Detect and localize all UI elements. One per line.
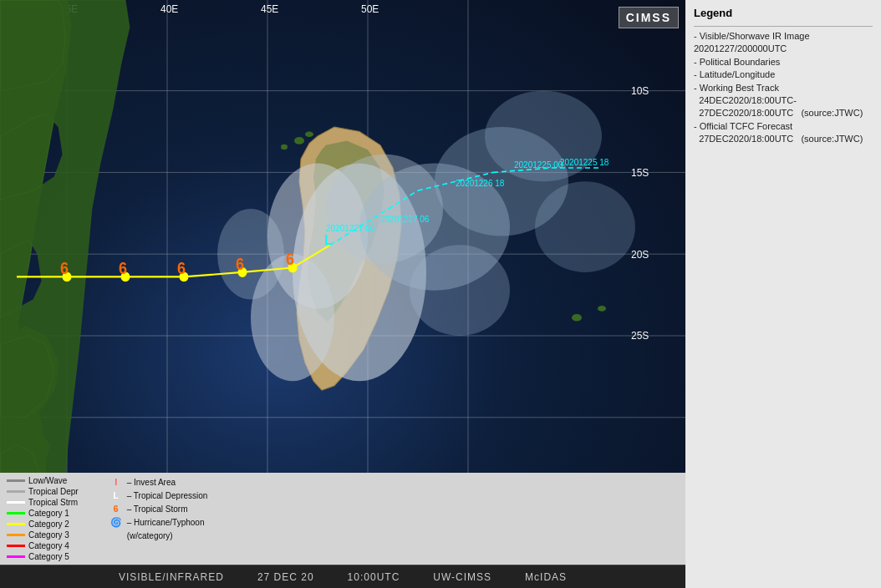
bottom-legend: Low/Wave Tropical Depr Tropical Strm Cat… — [0, 473, 685, 565]
cat2-swatch — [7, 523, 25, 525]
legend-label-cat4: Category 4 — [28, 541, 69, 550]
svg-text:40E: 40E — [160, 3, 178, 16]
main-container: 35E 40E 45E 50E 10S 15S 20S 25S — [0, 0, 881, 588]
cat5-swatch — [7, 555, 25, 558]
svg-point-27 — [535, 181, 635, 272]
status-source: UW-CIMSS — [433, 571, 491, 583]
trop-strm-swatch — [7, 501, 25, 504]
legend-item-trop-strm: Tropical Strm — [7, 498, 79, 507]
svg-point-24 — [410, 245, 510, 336]
legend-label-cat2: Category 2 — [28, 520, 69, 529]
hurricane-icon: 🌀 — [109, 516, 124, 528]
svg-point-49 — [305, 132, 313, 138]
legend-item-with-cat: (w/category) — [109, 530, 208, 541]
svg-text:6: 6 — [286, 251, 294, 269]
svg-point-51 — [572, 314, 582, 322]
status-date: 27 DEC 20 — [257, 571, 314, 583]
legend-label-invest: – Invest Area — [127, 478, 176, 487]
legend-divider — [694, 26, 873, 27]
legend-text-line: 27DEC2020/18:00UTC (source:JTWC) — [694, 107, 873, 119]
legend-item-trop-strm-sym: 6 – Tropical Storm — [109, 503, 208, 514]
svg-text:L: L — [324, 232, 333, 249]
legend-item-low-wave: Low/Wave — [7, 476, 79, 485]
legend-item-invest: I – Invest Area — [109, 476, 208, 488]
svg-text:50E: 50E — [361, 3, 379, 16]
legend-text-line: - Working Best Track — [694, 82, 873, 94]
track-type-legend: Low/Wave Tropical Depr Tropical Strm Cat… — [7, 476, 79, 561]
legend-item-cat1: Category 1 — [7, 509, 79, 518]
legend-label-cat3: Category 3 — [28, 530, 69, 540]
svg-text:25S: 25S — [631, 330, 649, 342]
legend-text-line: - Latitude/Longitude — [694, 68, 873, 81]
legend-label-hurricane-sym: – Hurricane/Typhoon — [127, 518, 205, 527]
trop-dep-icon: L — [109, 489, 124, 501]
legend-label-trop-dep-sym: – Tropical Depression — [127, 491, 208, 500]
cat3-swatch — [7, 534, 25, 536]
invest-icon: I — [109, 476, 124, 488]
legend-text-line: 24DEC2020/18:00UTC- — [694, 94, 873, 107]
cat1-swatch — [7, 512, 25, 514]
svg-text:6: 6 — [177, 259, 186, 277]
svg-point-50 — [281, 144, 288, 150]
legend-item-cat3: Category 3 — [7, 530, 79, 540]
legend-text-line: 20201227/200000UTC — [694, 43, 873, 55]
legend-panel: Legend - Visible/Shorwave IR Image202012… — [685, 0, 881, 588]
legend-item-cat4: Category 4 — [7, 541, 79, 550]
legend-label-with-cat: (w/category) — [127, 531, 173, 540]
legend-label-trop-strm-sym: – Tropical Storm — [127, 504, 188, 514]
status-tool: McIDAS — [525, 571, 567, 583]
legend-text-line: 27DEC2020/18:00UTC (source:JTWC) — [694, 133, 873, 145]
svg-text:6: 6 — [60, 259, 69, 277]
legend-text-line: - Political Boundaries — [694, 56, 873, 68]
svg-text:10S: 10S — [631, 85, 649, 98]
svg-text:45E: 45E — [261, 3, 278, 16]
with-cat-icon — [109, 530, 124, 541]
legend-label-cat1: Category 1 — [28, 509, 69, 518]
legend-label-low-wave: Low/Wave — [28, 476, 67, 485]
svg-text:20201226 18: 20201226 18 — [456, 178, 505, 187]
svg-text:20201225 00: 20201225 00 — [514, 160, 563, 170]
map-panel: 35E 40E 45E 50E 10S 15S 20S 25S — [0, 0, 685, 588]
svg-point-52 — [598, 306, 606, 312]
legend-label-trop-strm: Tropical Strm — [28, 498, 78, 507]
legend-label-trop-dep: Tropical Depr — [28, 487, 79, 496]
cimss-logo: CIMSS — [619, 7, 679, 28]
low-wave-swatch — [7, 479, 25, 482]
legend-item-cat5: Category 5 — [7, 552, 79, 561]
status-type: VISIBLE/INFRARED — [119, 571, 224, 583]
symbol-legend: I – Invest Area L – Tropical Depression … — [109, 476, 208, 541]
legend-item-trop-dep: Tropical Depr — [7, 487, 79, 496]
legend-label-cat5: Category 5 — [28, 552, 69, 561]
legend-title: Legend — [694, 7, 873, 19]
legend-content: - Visible/Shorwave IR Image20201227/2000… — [694, 30, 873, 146]
cat4-swatch — [7, 545, 25, 547]
trop-dep-swatch — [7, 490, 25, 493]
legend-item-cat2: Category 2 — [7, 520, 79, 529]
trop-strm-icon: 6 — [109, 503, 124, 514]
legend-text-line: - Official TCFC Forecast — [694, 120, 873, 133]
svg-text:20201227 06: 20201227 06 — [380, 215, 430, 224]
svg-text:20201227 06: 20201227 06 — [326, 224, 375, 233]
legend-text-line: - Visible/Shorwave IR Image — [694, 30, 873, 43]
status-bar: VISIBLE/INFRARED 27 DEC 20 10:00UTC UW-C… — [0, 565, 685, 588]
legend-item-trop-dep-sym: L – Tropical Depression — [109, 489, 208, 501]
status-time: 10:00UTC — [348, 571, 400, 583]
svg-point-23 — [217, 209, 284, 300]
svg-text:6: 6 — [119, 259, 127, 277]
svg-point-48 — [294, 137, 304, 144]
svg-text:20201225 18: 20201225 18 — [560, 157, 609, 166]
svg-text:15S: 15S — [631, 166, 649, 179]
svg-text:20S: 20S — [631, 248, 649, 261]
svg-text:6: 6 — [236, 255, 244, 273]
legend-item-hurricane-sym: 🌀 – Hurricane/Typhoon — [109, 516, 208, 528]
